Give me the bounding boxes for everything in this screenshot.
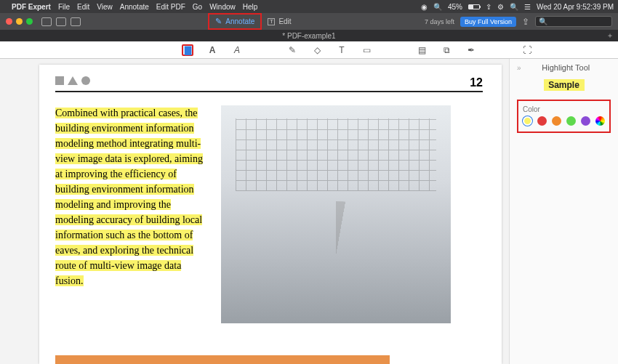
mode-edit-label: Edit [278, 17, 291, 25]
pen-tool[interactable]: ✎ [286, 44, 298, 56]
fullscreen-window-button[interactable] [26, 18, 33, 25]
color-swatch-orange[interactable] [552, 116, 561, 126]
mode-edit-button[interactable]: T Edit [262, 13, 297, 30]
eraser-tool[interactable]: ◇ [311, 44, 323, 56]
menu-annotate[interactable]: Annotate [120, 3, 149, 11]
circle-icon [81, 76, 90, 85]
menu-view[interactable]: View [97, 3, 113, 11]
app-name[interactable]: PDF Expert [12, 3, 51, 11]
highlight-bar [55, 355, 390, 364]
clock[interactable]: Wed 20 Apr 9:52:39 PM [537, 3, 614, 11]
buy-full-version-button[interactable]: Buy Full Version [460, 17, 516, 27]
sidebar-toggle-icon[interactable] [41, 17, 52, 26]
menu-editpdf[interactable]: Edit PDF [156, 3, 185, 11]
mode-annotate-label: Annotate [225, 17, 254, 25]
mac-menubar: PDF Expert File Edit View Annotate Edit … [0, 0, 618, 13]
mode-annotate-button[interactable]: ✎ Annotate [208, 13, 262, 30]
shape-tool[interactable]: ▭ [361, 44, 372, 56]
page-image [221, 105, 451, 323]
tab-active[interactable]: * PDF-example1 [282, 32, 335, 40]
color-swatches [523, 116, 605, 126]
share-icon[interactable]: ⇪ [522, 17, 529, 27]
window-toolbar: ✎ Annotate T Edit 7 days left Buy Full V… [0, 13, 618, 30]
strike-tool[interactable]: A [231, 44, 243, 56]
menu-file[interactable]: File [58, 3, 70, 11]
wifi-icon[interactable]: ⚙︎ [497, 3, 504, 11]
menu-help[interactable]: Help [243, 3, 258, 11]
text-tool[interactable]: T [336, 44, 348, 56]
color-swatch-purple[interactable] [581, 116, 590, 126]
pencil-icon: ✎ [215, 17, 222, 26]
menu-window[interactable]: Window [209, 3, 236, 11]
color-section: Color [517, 100, 611, 133]
body-text-column[interactable]: Combined with practical cases, the build… [55, 105, 206, 323]
close-window-button[interactable] [6, 18, 12, 25]
square-icon [55, 76, 64, 85]
menu-edit[interactable]: Edit [77, 3, 89, 11]
search-input[interactable]: 🔍 [535, 16, 612, 27]
signature-tool[interactable]: ✒ [465, 44, 477, 56]
screenrec-icon[interactable]: ◉ [421, 3, 428, 11]
underline-tool[interactable]: A [206, 44, 218, 56]
highlight-sample: Sample [544, 79, 585, 91]
search-icon: 🔍 [539, 17, 547, 25]
fullscreen-tool[interactable]: ⛶ [521, 44, 532, 56]
note-tool[interactable]: ▤ [416, 44, 428, 56]
zoom-icon[interactable]: 🔍 [433, 3, 442, 11]
battery-pct: 45% [448, 3, 462, 11]
input-icon[interactable]: ⇪ [486, 3, 491, 11]
sidebar-view-toggles [41, 17, 81, 26]
tab-strip: * PDF-example1 ＋ [0, 30, 618, 41]
thumbnails-toggle-icon[interactable] [56, 17, 66, 26]
color-swatch-custom[interactable] [595, 116, 605, 126]
menu-go[interactable]: Go [193, 3, 202, 11]
highlight-tool[interactable]: ▇ [182, 44, 193, 56]
panel-title: Highlight Tool [542, 63, 590, 72]
workspace: 12 Combined with practical cases, the bu… [0, 59, 618, 364]
minimize-window-button[interactable] [16, 18, 23, 25]
traffic-lights [6, 18, 33, 25]
control-center-icon[interactable]: ☰ [524, 3, 531, 11]
annotate-toolbar: ▇ A A ✎ ◇ T ▭ ▤ ⧉ ✒ ⛶ [0, 41, 618, 59]
trial-days-left: 7 days left [425, 18, 454, 25]
header-rule [55, 91, 483, 92]
header-shapes [55, 76, 483, 85]
spotlight-icon[interactable]: 🔍 [510, 3, 518, 11]
color-swatch-green[interactable] [566, 116, 576, 126]
stamp-tool[interactable]: ⧉ [441, 44, 452, 56]
right-panel: » Highlight Tool Sample Color [509, 59, 618, 364]
page-number: 12 [470, 76, 483, 89]
new-tab-button[interactable]: ＋ [606, 31, 614, 41]
triangle-icon [68, 76, 78, 85]
panel-collapse-icon[interactable]: » [517, 64, 521, 72]
battery-icon [468, 4, 480, 9]
color-label: Color [523, 105, 605, 113]
color-swatch-yellow[interactable] [523, 116, 532, 126]
split-view-icon[interactable] [71, 17, 81, 26]
color-swatch-red[interactable] [537, 116, 547, 126]
pdf-page[interactable]: 12 Combined with practical cases, the bu… [39, 65, 502, 364]
edit-text-icon: T [268, 18, 275, 25]
highlighted-text[interactable]: Combined with practical cases, the build… [55, 108, 203, 286]
